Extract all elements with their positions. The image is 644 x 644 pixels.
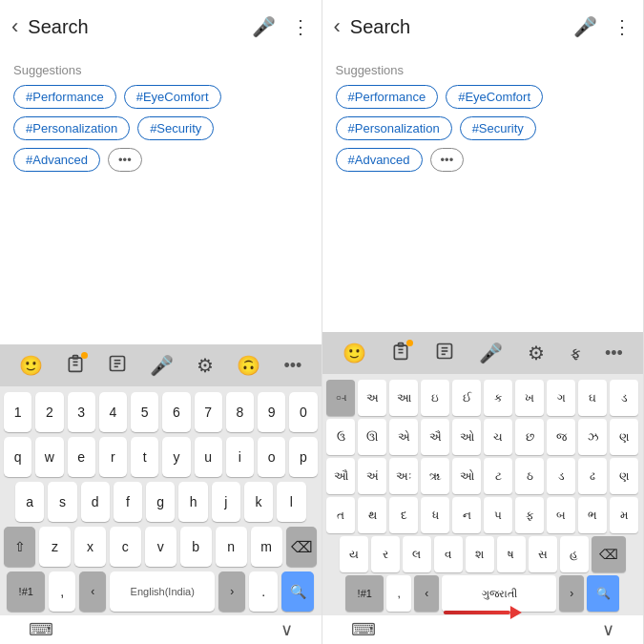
tag-performance-left[interactable]: #Performance [13,85,116,109]
tag-performance-right[interactable]: #Performance [336,85,439,109]
text-icon-right[interactable] [435,342,454,365]
guj-key-ga[interactable]: ગ [547,380,575,416]
more-icon-right[interactable]: ⋮ [613,15,632,38]
key-o[interactable]: o [258,437,285,477]
key-7[interactable]: 7 [195,392,222,432]
key-i[interactable]: i [226,437,254,477]
mic2-icon-right[interactable]: 🎤 [479,342,503,364]
tag-personalization-left[interactable]: #Personalization [13,116,130,140]
key-9[interactable]: 9 [258,392,285,432]
key-s[interactable]: s [48,482,76,522]
guj-key-tha[interactable]: ઠ [515,458,544,494]
kb-more-right[interactable]: ••• [605,343,623,364]
guj-key-ja[interactable]: જ [547,419,575,455]
emoji-icon-right[interactable]: 🙂 [343,342,366,364]
key-h[interactable]: h [178,482,207,522]
key-l[interactable]: l [277,482,305,522]
chevron-down-icon-right[interactable]: ∨ [602,619,614,640]
key-a[interactable]: a [15,482,44,522]
guj-key-tha2[interactable]: થ [358,497,386,533]
guj-key-a[interactable]: અ [358,380,386,416]
tag-advanced-left[interactable]: #Advanced [13,148,100,172]
gujarati-icon-right[interactable]: ફ [571,345,580,362]
key-y[interactable]: y [162,437,190,477]
guj-key-na2[interactable]: ન [452,497,481,533]
guj-key-nya[interactable]: ણ [610,419,638,455]
guj-key-jha[interactable]: ઝ [578,419,607,455]
text-icon-left[interactable] [108,354,127,378]
tag-more-left[interactable]: ••• [108,148,142,172]
dot-key-left[interactable]: . [249,571,278,612]
guj-key-ssa[interactable]: ષ [497,536,526,572]
keyboard-nav-icon-right[interactable]: ⌨ [351,619,376,640]
sym-key-right[interactable]: !#1 [345,575,384,612]
shift-key-left[interactable]: ⇧ [4,527,35,567]
settings-icon-left[interactable]: ⚙ [197,354,214,377]
chevron-down-icon-left[interactable]: ∨ [280,619,293,640]
key-q[interactable]: q [4,437,31,477]
guj-key-am[interactable]: અં [358,458,386,494]
search-key-left[interactable]: 🔍 [281,571,314,612]
space-key-left[interactable]: English(India) [110,571,215,612]
guj-key-oo[interactable]: ઓ [452,458,481,494]
backspace-key-left[interactable]: ⌫ [286,527,318,567]
tag-advanced-right[interactable]: #Advanced [336,148,423,172]
lang-prev-right[interactable]: ‹ [414,575,439,612]
key-n[interactable]: n [216,527,247,567]
key-e[interactable]: e [68,437,95,477]
clipboard-icon-right[interactable] [391,342,410,365]
key-4[interactable]: 4 [99,392,127,432]
key-t[interactable]: t [131,437,158,477]
mic2-icon-left[interactable]: 🎤 [150,354,174,377]
key-m[interactable]: m [251,527,282,567]
tag-eyecomfort-right[interactable]: #EyeComfort [446,85,543,109]
guj-key-ba[interactable]: બ [547,497,575,533]
guj-key-chha[interactable]: છ [515,419,544,455]
tag-personalization-right[interactable]: #Personalization [336,116,452,140]
guj-key-au[interactable]: ઔ [326,458,355,494]
comma-key-left[interactable]: , [49,571,75,612]
key-v[interactable]: v [145,527,177,567]
guj-key-ii[interactable]: ઈ [452,380,481,416]
guj-key-da2[interactable]: દ [389,497,418,533]
comma-key-right[interactable]: , [386,575,411,612]
guj-key-na[interactable]: ણ [610,458,638,494]
key-k[interactable]: k [244,482,273,522]
guj-key-ah[interactable]: અઃ [389,458,418,494]
key-w[interactable]: w [35,437,63,477]
key-f[interactable]: f [114,482,142,522]
lang-next-left[interactable]: › [218,571,245,612]
guj-key-u[interactable]: ઉ [326,419,355,455]
key-0[interactable]: 0 [289,392,317,432]
backspace-key-right[interactable]: ⌫ [592,536,626,572]
more-icon-left[interactable]: ⋮ [291,15,310,38]
guj-key-i[interactable]: ઇ [421,380,449,416]
mic-icon-right[interactable]: 🎤 [573,15,597,38]
key-2[interactable]: 2 [35,392,63,432]
guj-key-pa[interactable]: પ [484,497,512,533]
guj-key-la[interactable]: લ [403,536,431,572]
search-key-right[interactable]: 🔍 [587,575,619,612]
clipboard-icon-left[interactable] [66,354,85,378]
guj-key-aa[interactable]: આ [389,380,418,416]
key-5[interactable]: 5 [131,392,158,432]
guj-key-bha[interactable]: ભ [578,497,607,533]
sticker-icon-left[interactable]: 🙃 [237,354,260,377]
guj-key-ra[interactable]: ર [371,536,400,572]
guj-key-ma[interactable]: મ [610,497,638,533]
key-r[interactable]: r [99,437,127,477]
guj-key-kha[interactable]: ખ [515,380,544,416]
guj-key-virama[interactable]: ○-ા [326,380,355,416]
key-c[interactable]: c [110,527,141,567]
key-j[interactable]: j [212,482,240,522]
guj-key-sa[interactable]: સ [529,536,557,572]
key-z[interactable]: z [39,527,71,567]
guj-key-nga[interactable]: ડ [610,380,638,416]
back-button-left[interactable]: ‹ [11,14,18,39]
guj-key-sha[interactable]: શ [466,536,494,572]
guj-key-gha[interactable]: ઘ [578,380,607,416]
guj-key-dha[interactable]: ઢ [578,458,607,494]
guj-key-va[interactable]: વ [434,536,463,572]
guj-key-ru[interactable]: ૠ [421,458,449,494]
settings-icon-right[interactable]: ⚙ [528,342,545,364]
